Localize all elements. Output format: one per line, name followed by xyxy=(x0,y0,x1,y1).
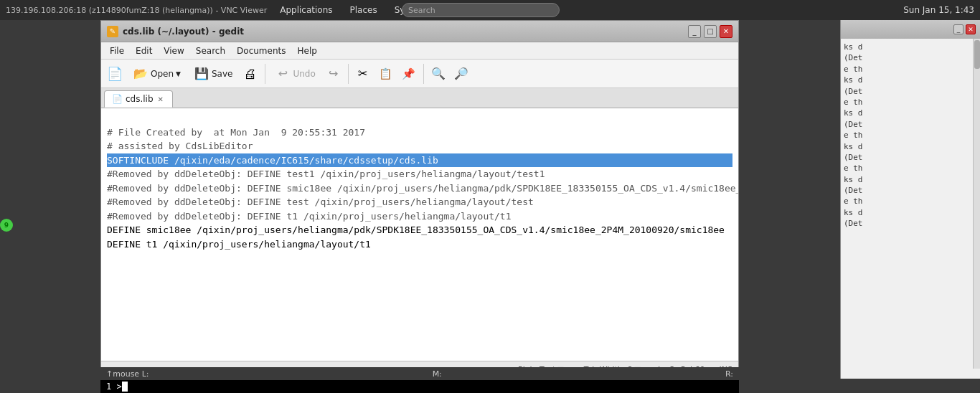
editor-line-8: DEFINE smic18ee /qixin/proj_users/helian… xyxy=(107,224,725,235)
rp-line-1: ks d xyxy=(844,42,977,52)
editor-line-2: # assisted by CdsLibEditor xyxy=(107,141,253,151)
editor-area[interactable]: # File Created by at Mon Jan 9 20:55:31 … xyxy=(101,108,738,361)
menu-view[interactable]: View xyxy=(158,44,189,57)
maximize-button[interactable]: □ xyxy=(704,25,717,38)
right-panel-scrollbar[interactable] xyxy=(973,39,980,369)
tab-label: cds.lib xyxy=(126,94,154,104)
toolbar-sep-1 xyxy=(265,64,265,84)
toolbar-sep-3 xyxy=(423,64,424,84)
paste-icon: 📌 xyxy=(402,67,415,80)
search-bar-area: Search xyxy=(402,3,560,17)
tab-cds-lib[interactable]: 📄 cds.lib ✕ xyxy=(104,90,173,108)
print-button[interactable]: 🖨 xyxy=(240,63,261,85)
new-icon: 📄 xyxy=(107,66,123,81)
editor-line-7: #Removed by ddDeleteObj: DEFINE t1 /qixi… xyxy=(107,211,512,222)
rp-line-16: ks d xyxy=(844,207,977,218)
datetime-display: Sun Jan 15, 1:43 xyxy=(903,5,974,15)
editor-line-3: SOFTINCLUDE /qixin/eda/cadence/IC615/sha… xyxy=(107,153,732,168)
menu-help[interactable]: Help xyxy=(291,44,322,57)
terminal-cursor xyxy=(122,382,128,392)
vnc-title: 139.196.108.206:18 (z114890fumZ:18 (heli… xyxy=(6,6,267,15)
rp-line-9: e th xyxy=(844,130,977,141)
toolbar-sep-2 xyxy=(348,64,349,84)
open-arrow: ▼ xyxy=(176,70,181,77)
tab-close-button[interactable]: ✕ xyxy=(156,95,165,104)
undo-button[interactable]: ↩ Undo xyxy=(269,63,321,85)
rp-line-15: e th xyxy=(844,196,977,207)
menu-file[interactable]: File xyxy=(104,44,130,57)
window-title: cds.lib (~/.layout) - gedit xyxy=(123,27,244,37)
rp-line-12: e th xyxy=(844,163,977,174)
search-wrapper[interactable]: Search xyxy=(402,3,560,17)
tab-file-icon: 📄 xyxy=(112,94,123,104)
titlebar-left: ✎ cds.lib (~/.layout) - gedit xyxy=(107,26,244,37)
rp-line-4: ks d xyxy=(844,75,977,85)
places-menu[interactable]: Places xyxy=(346,4,382,16)
print-icon: 🖨 xyxy=(244,66,257,81)
rp-line-14: (Det xyxy=(844,185,977,196)
rp-line-11: (Det xyxy=(844,152,977,163)
rp-line-5: (Det xyxy=(844,86,977,97)
redo-icon: ↪ xyxy=(329,67,338,80)
left-edge-bg xyxy=(0,20,100,379)
undo-label: Undo xyxy=(293,69,315,79)
editor-content: # File Created by at Mon Jan 9 20:55:31 … xyxy=(101,108,738,268)
terminal-prompt-space xyxy=(111,382,116,392)
tab-bar: 📄 cds.lib ✕ xyxy=(101,88,738,108)
applications-menu[interactable]: Applications xyxy=(275,4,336,16)
rp-line-10: ks d xyxy=(844,141,977,152)
window-titlebar: ✎ cds.lib (~/.layout) - gedit _ □ ✕ xyxy=(101,21,738,42)
replace-icon: 🔎 xyxy=(454,67,468,80)
gedit-icon: ✎ xyxy=(107,26,118,37)
new-button[interactable]: 📄 xyxy=(104,63,126,85)
scrollbar-thumb[interactable] xyxy=(974,40,980,69)
rp-line-8: (Det xyxy=(844,119,977,130)
terminal-input-line[interactable]: 1 > xyxy=(100,380,739,393)
terminal-line-num: 1 xyxy=(106,382,111,392)
terminal-mouse-mid: M: xyxy=(433,369,442,379)
menu-search[interactable]: Search xyxy=(190,44,231,57)
redo-button[interactable]: ↪ xyxy=(323,63,344,85)
cut-button[interactable]: ✂ xyxy=(352,63,374,85)
paste-button[interactable]: 📌 xyxy=(398,63,420,85)
gedit-icon-char: ✎ xyxy=(110,27,116,35)
menu-documents[interactable]: Documents xyxy=(231,44,291,57)
save-icon: 💾 xyxy=(194,66,209,82)
save-button[interactable]: 💾 Save xyxy=(188,63,238,85)
terminal-mouse-left: ↑mouse L: xyxy=(106,369,149,379)
find-button[interactable]: 🔍 xyxy=(428,63,449,85)
menu-bar: File Edit View Search Documents Help xyxy=(101,42,738,60)
open-icon: 📂 xyxy=(133,66,149,82)
undo-icon: ↩ xyxy=(275,66,291,82)
right-panel: _ ✕ ks d (Det e th ks d (Det e th ks d (… xyxy=(840,20,980,379)
replace-button[interactable]: 🔎 xyxy=(451,63,472,85)
search-placeholder: Search xyxy=(408,6,435,15)
editor-line-4: #Removed by ddDeleteObj: DEFINE test1 /q… xyxy=(107,169,545,179)
rp-line-7: ks d xyxy=(844,108,977,118)
rp-line-2: (Det xyxy=(844,52,977,63)
menu-edit[interactable]: Edit xyxy=(130,44,158,57)
right-panel-titlebar: _ ✕ xyxy=(841,20,980,39)
copy-icon: 📋 xyxy=(379,67,392,80)
open-label: Open xyxy=(151,69,174,79)
bottom-terminal-strip: ↑mouse L: M: R: 1 > xyxy=(100,367,739,393)
editor-line-6: #Removed by ddDeleteObj: DEFINE test /qi… xyxy=(107,196,534,207)
find-icon: 🔍 xyxy=(431,67,446,80)
rp-line-6: e th xyxy=(844,97,977,108)
rp-line-13: ks d xyxy=(844,174,977,185)
rp-line-17: (Det xyxy=(844,218,977,229)
minimize-button[interactable]: _ xyxy=(688,25,701,38)
green-badge[interactable]: 9 xyxy=(0,219,13,232)
save-label: Save xyxy=(212,69,232,79)
copy-button[interactable]: 📋 xyxy=(375,63,397,85)
open-button[interactable]: 📂 Open ▼ xyxy=(127,63,187,85)
editor-line-1: # File Created by at Mon Jan 9 20:55:31 … xyxy=(107,127,365,138)
right-panel-minimize[interactable]: _ xyxy=(953,24,963,34)
terminal-info-bar: ↑mouse L: M: R: xyxy=(100,367,739,380)
terminal-prompt: > xyxy=(116,382,121,392)
right-panel-close[interactable]: ✕ xyxy=(966,24,976,34)
cut-icon: ✂ xyxy=(358,67,367,80)
editor-line-9: DEFINE t1 /qixin/proj_users/heliangma/la… xyxy=(107,239,371,250)
close-button[interactable]: ✕ xyxy=(720,25,732,38)
gedit-window: ✎ cds.lib (~/.layout) - gedit _ □ ✕ File… xyxy=(100,20,739,379)
